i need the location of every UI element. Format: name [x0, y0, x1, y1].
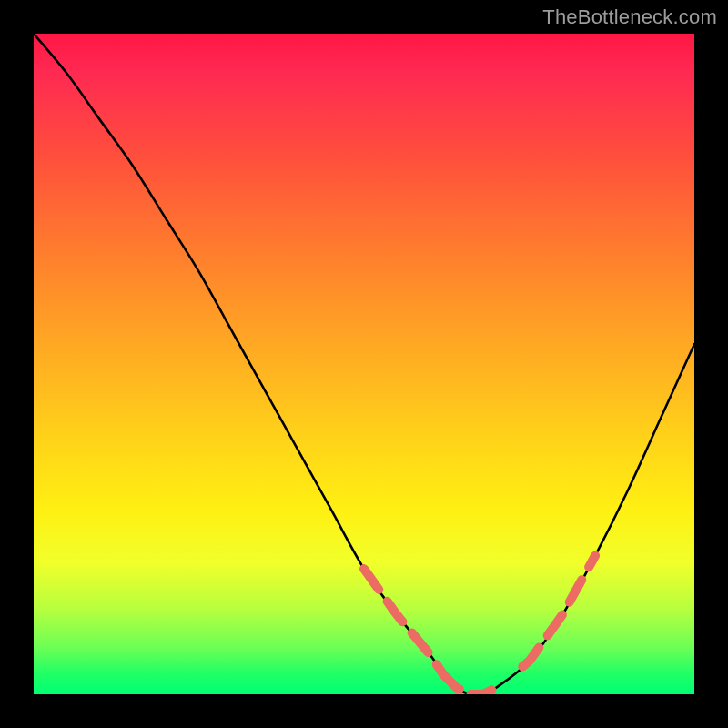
highlight-right-ascent	[522, 556, 595, 667]
watermark-text: TheBottleneck.com	[542, 5, 717, 29]
plot-area	[34, 34, 694, 694]
bottleneck-curve	[34, 34, 694, 694]
highlight-left-descent	[364, 569, 443, 674]
plot-svg	[34, 34, 694, 694]
chart-canvas: TheBottleneck.com	[0, 0, 728, 728]
highlight-valley	[443, 674, 496, 694]
